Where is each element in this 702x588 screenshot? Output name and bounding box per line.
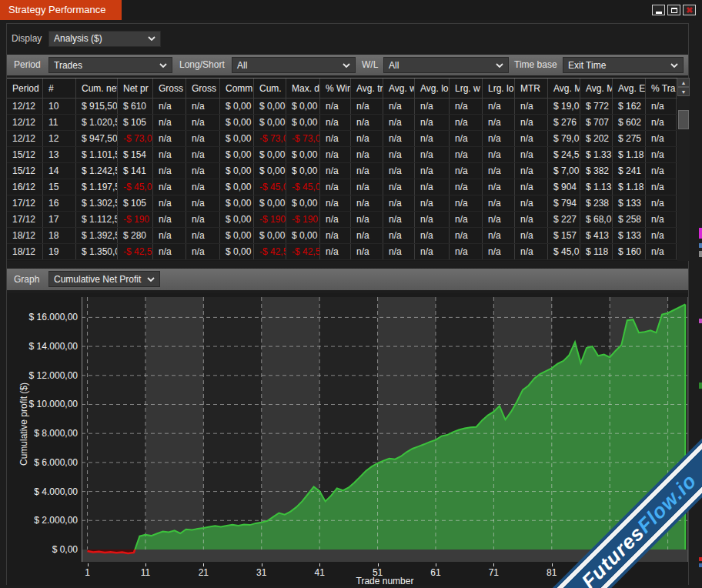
- table-cell: $ 1.101,5: [76, 147, 118, 162]
- table-cell: n/a: [320, 244, 351, 259]
- column-header-7[interactable]: Comm: [220, 79, 254, 98]
- title-bar[interactable]: Strategy Performance ✖: [0, 0, 702, 20]
- table-cell: $ 904: [548, 179, 580, 195]
- table-cell: n/a: [646, 179, 677, 195]
- table-cell: n/a: [415, 115, 450, 130]
- column-header-16[interactable]: MTR: [515, 79, 548, 98]
- table-cell: $ 162: [613, 99, 646, 114]
- table-row[interactable]: 12/1212$ 947,50-$ 73,0n/an/a$ 0,00-$ 73,…: [7, 131, 688, 147]
- column-header-4[interactable]: Net pr: [118, 79, 153, 98]
- column-header-5[interactable]: Gross: [153, 79, 186, 98]
- table-cell: $ 0,00: [220, 212, 254, 227]
- table-cell: n/a: [646, 99, 677, 114]
- graph-dropdown[interactable]: Cumulative Net Profit: [48, 271, 160, 287]
- table-cell: $ 1.197,5: [76, 179, 118, 195]
- longshort-dropdown-value: All: [237, 60, 247, 71]
- winloss-dropdown[interactable]: All: [383, 57, 509, 73]
- column-header-18[interactable]: Avg. M: [580, 79, 613, 98]
- table-cell: $ 1.350,0: [76, 244, 118, 259]
- table-cell: 18/12: [7, 244, 43, 259]
- scroll-down-button[interactable]: ▼: [677, 87, 690, 96]
- scrollbar-thumb[interactable]: [678, 110, 689, 129]
- column-header-1[interactable]: Period: [7, 79, 43, 98]
- table-cell: $ 258: [613, 212, 646, 227]
- table-cell: n/a: [320, 147, 351, 162]
- table-cell: n/a: [383, 163, 415, 179]
- table-cell: $ 227: [548, 212, 580, 227]
- table-row[interactable]: 18/1219$ 1.350,0-$ 42,5n/an/a$ 0,00-$ 42…: [7, 244, 688, 260]
- x-tick-mark: [378, 563, 379, 566]
- column-header-15[interactable]: Lrg. lo: [483, 79, 515, 98]
- close-button[interactable]: ✖: [683, 5, 696, 15]
- table-cell: n/a: [483, 195, 515, 211]
- timebase-dropdown[interactable]: Exit Time: [563, 57, 684, 73]
- table-row[interactable]: 16/1215$ 1.197,5-$ 45,0n/an/a$ 0,00-$ 45…: [7, 179, 688, 195]
- minimize-button[interactable]: [652, 5, 665, 15]
- table-cell: $ 133: [613, 195, 646, 211]
- column-header-12[interactable]: Avg. w: [383, 79, 415, 98]
- column-header-11[interactable]: Avg. tr: [351, 79, 383, 98]
- table-cell: 17/12: [7, 195, 43, 211]
- table-cell: $ 602: [613, 115, 646, 130]
- column-header-3[interactable]: Cum. net: [76, 79, 118, 98]
- table-cell: n/a: [351, 179, 383, 195]
- table-cell: n/a: [351, 228, 383, 243]
- column-header-19[interactable]: Avg. E: [613, 79, 646, 98]
- table-cell: n/a: [320, 99, 351, 114]
- performance-table: Period#Cum. netNet prGrossGrossCommCum.M…: [7, 78, 688, 261]
- table-cell: 16/12: [7, 179, 43, 195]
- table-cell: n/a: [483, 131, 515, 146]
- table-cell: $ 0,00: [286, 147, 320, 162]
- table-cell: $ 1.020,5: [76, 115, 118, 130]
- column-header-17[interactable]: Avg. M: [548, 79, 580, 98]
- table-cell: n/a: [351, 212, 383, 227]
- column-header-14[interactable]: Lrg. w: [450, 79, 483, 98]
- column-header-8[interactable]: Cum.: [254, 79, 286, 98]
- column-header-6[interactable]: Gross: [186, 79, 220, 98]
- x-tick-mark: [436, 563, 436, 566]
- period-dropdown-value: Trades: [54, 60, 82, 71]
- table-cell: n/a: [153, 212, 186, 227]
- table-row[interactable]: 15/1214$ 1.242,5$ 141n/an/a$ 0,00$ 0,00$…: [7, 163, 688, 179]
- table-cell: $ 0,00: [220, 195, 254, 211]
- winloss-dropdown-value: All: [389, 60, 399, 71]
- table-row[interactable]: 15/1213$ 1.101,5$ 154n/an/a$ 0,00$ 0,00$…: [7, 147, 688, 163]
- table-cell: $ 0,00: [220, 179, 254, 195]
- table-cell: n/a: [153, 195, 186, 211]
- strategy-performance-window: Strategy Performance ✖ Display Analysis …: [0, 0, 702, 588]
- table-cell: $ 1.302,5: [76, 195, 118, 211]
- column-header-20[interactable]: % Tra: [646, 79, 677, 98]
- table-row[interactable]: 17/1216$ 1.302,5$ 105n/an/a$ 0,00$ 0,00$…: [7, 195, 688, 212]
- column-header-13[interactable]: Avg. lo: [415, 79, 450, 98]
- table-cell: n/a: [646, 131, 677, 146]
- longshort-dropdown[interactable]: All: [232, 57, 356, 73]
- column-header-9[interactable]: Max. d: [286, 79, 320, 98]
- table-row[interactable]: 12/1210$ 915,50$ 610n/an/a$ 0,00$ 0,00$ …: [7, 99, 688, 115]
- table-cell: $ 0,00: [254, 228, 286, 243]
- column-header-10[interactable]: % Win: [320, 79, 351, 98]
- column-header-2[interactable]: #: [43, 79, 76, 98]
- table-cell: n/a: [186, 99, 220, 114]
- maximize-icon: [671, 8, 677, 13]
- table-cell: n/a: [515, 115, 548, 130]
- table-row[interactable]: 17/1217$ 1.112,5-$ 190n/an/a$ 0,00-$ 190…: [7, 212, 688, 228]
- table-cell: n/a: [646, 147, 677, 162]
- display-row: Display Analysis ($): [7, 28, 688, 48]
- table-cell: n/a: [320, 195, 351, 211]
- table-cell: n/a: [186, 195, 220, 211]
- table-cell: n/a: [383, 115, 415, 130]
- table-cell: n/a: [515, 99, 548, 114]
- table-row[interactable]: 12/1211$ 1.020,5$ 105n/an/a$ 0,00$ 0,00$…: [7, 115, 688, 131]
- table-cell: n/a: [646, 228, 677, 243]
- display-dropdown[interactable]: Analysis ($): [48, 31, 161, 47]
- maximize-button[interactable]: [667, 5, 680, 15]
- table-cell: $ 794: [548, 195, 580, 211]
- edge-artifact: [699, 243, 702, 248]
- cumulative-profit-chart: Cumulative profit ($) $ 16.000,00$ 14.00…: [7, 293, 688, 586]
- table-cell: $ 154: [118, 147, 153, 162]
- scroll-up-button[interactable]: ▲: [677, 78, 690, 87]
- period-dropdown[interactable]: Trades: [48, 57, 172, 73]
- table-cell: n/a: [351, 244, 383, 259]
- table-scrollbar[interactable]: ▲ ▼: [677, 78, 690, 261]
- table-row[interactable]: 18/1218$ 1.392,5$ 280n/an/a$ 0,00$ 0,00$…: [7, 228, 688, 244]
